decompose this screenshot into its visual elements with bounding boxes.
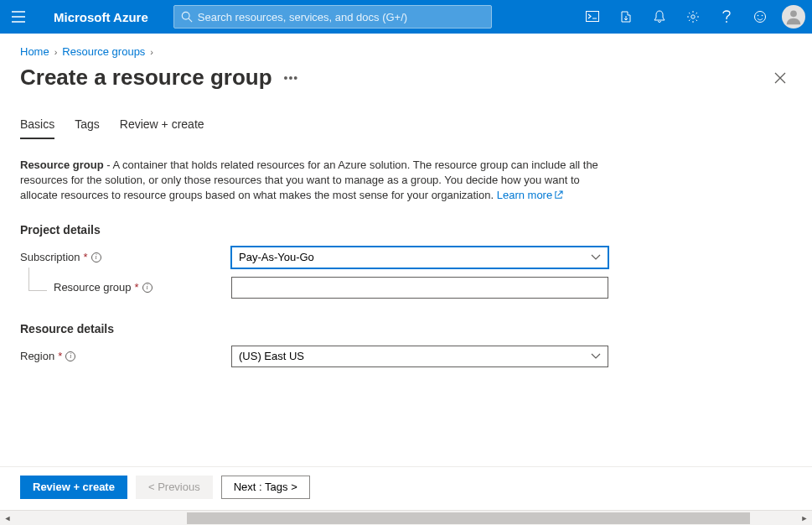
cloud-shell-icon[interactable] [576, 0, 609, 34]
tab-review-create[interactable]: Review + create [120, 117, 204, 139]
required-icon: * [84, 251, 88, 263]
svg-point-7 [762, 15, 763, 17]
svg-point-0 [182, 12, 189, 19]
svg-point-3 [691, 15, 695, 18]
learn-more-link[interactable]: Learn more [497, 189, 563, 201]
project-details-title: Project details [20, 223, 792, 237]
topbar-icons [576, 0, 805, 34]
tabs: Basics Tags Review + create [20, 117, 792, 139]
subscription-row: Subscription * i Pay-As-You-Go [20, 247, 792, 268]
svg-point-6 [758, 15, 759, 17]
info-icon[interactable]: i [65, 351, 75, 361]
scroll-left-icon[interactable]: ◄ [0, 511, 15, 526]
scroll-thumb[interactable] [187, 512, 750, 524]
page-title: Create a resource group [20, 65, 272, 91]
next-button[interactable]: Next : Tags > [221, 476, 310, 499]
scroll-right-icon[interactable]: ► [797, 511, 812, 526]
settings-icon[interactable] [676, 0, 710, 34]
feedback-icon[interactable] [743, 0, 777, 34]
chevron-right-icon: › [150, 47, 153, 57]
svg-point-5 [755, 12, 766, 23]
chevron-right-icon: › [54, 47, 58, 57]
resource-group-input[interactable] [231, 277, 608, 299]
svg-point-4 [726, 21, 727, 23]
chevron-down-icon [591, 350, 601, 362]
top-bar: Microsoft Azure [0, 0, 812, 34]
resource-details-title: Resource details [20, 322, 792, 335]
required-icon: * [58, 350, 62, 362]
description: Resource group - A container that holds … [20, 158, 607, 205]
previous-button: < Previous [136, 476, 213, 499]
subscription-value: Pay-As-You-Go [239, 251, 314, 263]
svg-line-1 [189, 18, 192, 22]
description-bold: Resource group [20, 159, 104, 171]
info-icon[interactable]: i [91, 252, 101, 262]
svg-point-8 [790, 10, 797, 17]
brand-label: Microsoft Azure [54, 10, 148, 24]
avatar[interactable] [782, 5, 805, 29]
directories-icon[interactable] [609, 0, 643, 34]
subscription-select[interactable]: Pay-As-You-Go [231, 247, 608, 268]
search-box[interactable] [173, 5, 492, 29]
svg-rect-2 [587, 12, 599, 22]
required-icon: * [135, 281, 139, 294]
region-value: (US) East US [239, 350, 304, 362]
tab-basics[interactable]: Basics [20, 117, 54, 139]
chevron-down-icon [591, 251, 601, 263]
resource-group-label: Resource group * i [20, 281, 231, 294]
page-header: Create a resource group ••• [20, 65, 792, 91]
region-select[interactable]: (US) East US [231, 346, 608, 367]
external-link-icon [554, 189, 563, 204]
tab-tags[interactable]: Tags [75, 117, 100, 139]
horizontal-scrollbar[interactable]: ◄ ► [0, 510, 812, 525]
breadcrumb-home[interactable]: Home [20, 45, 49, 58]
tree-connector-icon [28, 268, 47, 291]
subscription-label: Subscription * i [20, 251, 231, 263]
breadcrumb-resource-groups[interactable]: Resource groups [62, 45, 145, 58]
more-actions-icon[interactable]: ••• [284, 71, 299, 85]
resource-group-row: Resource group * i [20, 277, 792, 299]
breadcrumb: Home › Resource groups › [20, 45, 792, 58]
search-input[interactable] [198, 11, 484, 23]
scroll-track[interactable] [15, 511, 797, 526]
help-icon[interactable] [710, 0, 743, 34]
menu-icon[interactable] [7, 5, 30, 29]
notifications-icon[interactable] [643, 0, 676, 34]
footer: Review + create < Previous Next : Tags > [0, 466, 812, 507]
review-create-button[interactable]: Review + create [20, 476, 127, 499]
close-icon[interactable] [768, 66, 792, 90]
content-area: Home › Resource groups › Create a resour… [0, 34, 812, 470]
region-row: Region * i (US) East US [20, 346, 792, 367]
region-label: Region * i [20, 350, 231, 362]
info-icon[interactable]: i [142, 283, 153, 293]
